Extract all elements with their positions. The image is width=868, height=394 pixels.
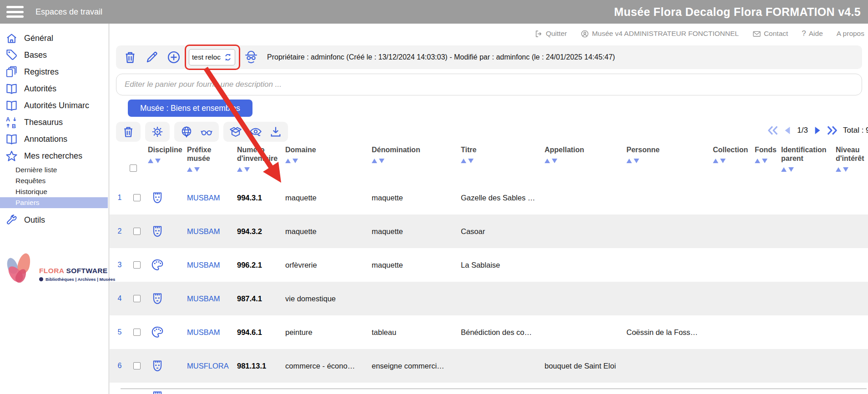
row-checkbox[interactable]: [133, 228, 141, 235]
prefixe-musee-link[interactable]: MUSFLORA: [187, 362, 237, 370]
sort-desc-icon[interactable]: [468, 159, 474, 163]
trash-icon[interactable]: [123, 50, 137, 64]
sort-asc-icon[interactable]: [148, 159, 153, 163]
select-all-checkbox[interactable]: [130, 165, 137, 172]
sort-desc-icon[interactable]: [720, 159, 726, 163]
settings-gear-icon[interactable]: [151, 125, 164, 138]
select-all-cell[interactable]: [130, 145, 148, 173]
last-page-icon[interactable]: [826, 125, 838, 136]
unbox-icon[interactable]: [229, 125, 242, 138]
sidebar-item-autorites-unimarc[interactable]: Autorités Unimarc: [0, 97, 109, 114]
row-number-link[interactable]: 6: [110, 362, 130, 370]
web-globe-icon[interactable]: [180, 125, 193, 138]
sort-desc-icon[interactable]: [194, 167, 200, 172]
row-checkbox[interactable]: [133, 295, 141, 302]
download-icon[interactable]: [269, 125, 282, 138]
row-checkbox-cell[interactable]: [130, 194, 148, 201]
sidebar-item-registres[interactable]: Registres: [0, 64, 109, 80]
sidebar-item-mes-recherches[interactable]: Mes recherches: [0, 148, 109, 165]
table-row[interactable]: 6 MUSFLORA 981.13.1 commerce - écono… en…: [110, 349, 868, 383]
sort-desc-icon[interactable]: [634, 159, 639, 163]
sort-asc-icon[interactable]: [372, 159, 377, 163]
sidebar-subitem-derniere-liste[interactable]: Dernière liste: [0, 165, 109, 175]
prefixe-musee-link[interactable]: MUSBAM: [187, 227, 237, 236]
sort-asc-icon[interactable]: [285, 159, 291, 163]
about-button[interactable]: A propos: [837, 30, 864, 38]
previous-page-icon[interactable]: [782, 125, 794, 136]
row-number-link[interactable]: 4: [110, 294, 130, 303]
sort-arrows[interactable]: [285, 159, 372, 164]
row-checkbox-cell[interactable]: [130, 329, 148, 336]
sidebar-item-thesaurus[interactable]: AB Thesaurus: [0, 114, 109, 131]
row-checkbox[interactable]: [133, 194, 141, 201]
prefixe-musee-link[interactable]: MUSBAM: [187, 194, 237, 202]
sort-asc-icon[interactable]: [626, 159, 632, 163]
refresh-icon[interactable]: [224, 53, 232, 61]
sort-desc-icon[interactable]: [762, 159, 767, 163]
sort-arrows[interactable]: [755, 159, 781, 164]
row-checkbox[interactable]: [133, 329, 141, 336]
sort-arrows[interactable]: [713, 159, 755, 164]
row-checkbox-cell[interactable]: [130, 362, 148, 369]
sidebar-subitem-paniers[interactable]: Paniers: [0, 197, 108, 208]
glasses-icon[interactable]: [200, 125, 213, 138]
prefixe-musee-link[interactable]: MUSBAM: [187, 261, 237, 269]
sidebar-item-annotations[interactable]: Annotations: [0, 131, 109, 148]
sort-desc-icon[interactable]: [843, 167, 848, 172]
sort-arrows[interactable]: [545, 159, 626, 164]
sort-arrows[interactable]: [461, 159, 545, 164]
sort-desc-icon[interactable]: [788, 167, 794, 172]
next-page-icon[interactable]: [811, 125, 823, 136]
sidebar-item-general[interactable]: Général: [0, 30, 109, 47]
menu-hamburger-icon[interactable]: [6, 6, 24, 18]
user-account-button[interactable]: Musée v4 ADMINISTRATEUR FONCTIONNEL: [580, 30, 739, 38]
table-row[interactable]: 5 MUSBAM 994.6.1 peinture tableau Bénédi…: [110, 315, 868, 349]
first-page-icon[interactable]: [767, 125, 779, 136]
row-checkbox[interactable]: [133, 261, 141, 269]
sort-asc-icon[interactable]: [237, 167, 242, 172]
tab-musee-biens[interactable]: Musée : Biens et ensembles: [128, 100, 252, 117]
prefixe-musee-link[interactable]: MUSBAM: [187, 294, 237, 303]
sort-arrows[interactable]: [781, 167, 836, 173]
table-row[interactable]: 2 MUSBAM 994.3.2 maquette maquette Casoa…: [110, 214, 868, 248]
help-button[interactable]: ? Aide: [802, 29, 823, 38]
sort-asc-icon[interactable]: [713, 159, 718, 163]
table-row[interactable]: 1 MUSBAM 994.3.1 maquette maquette Gazel…: [110, 181, 868, 214]
admin-spy-icon[interactable]: [243, 50, 259, 65]
sort-arrows[interactable]: [836, 167, 868, 173]
row-number-link[interactable]: 2: [110, 227, 130, 235]
sort-asc-icon[interactable]: [545, 159, 550, 163]
sort-asc-icon[interactable]: [836, 167, 841, 172]
sort-asc-icon[interactable]: [755, 159, 760, 163]
sort-asc-icon[interactable]: [781, 167, 787, 172]
sort-desc-icon[interactable]: [155, 159, 161, 163]
row-number-link[interactable]: 5: [110, 328, 130, 336]
sidebar-item-bases[interactable]: Bases: [0, 47, 109, 64]
prefixe-musee-link[interactable]: MUSBAM: [187, 328, 237, 337]
sort-desc-icon[interactable]: [293, 159, 298, 163]
row-checkbox-cell[interactable]: [130, 295, 148, 302]
sort-arrows[interactable]: [187, 167, 237, 173]
trash-icon[interactable]: [122, 125, 135, 138]
row-number-link[interactable]: 1: [110, 194, 130, 202]
basket-name-box[interactable]: test reloc: [189, 49, 235, 65]
sidebar-subitem-requetes[interactable]: Requêtes: [0, 175, 109, 186]
sort-desc-icon[interactable]: [552, 159, 557, 163]
row-checkbox-cell[interactable]: [130, 228, 148, 235]
settings-button[interactable]: [145, 122, 170, 142]
sort-arrows[interactable]: [148, 159, 187, 164]
sort-asc-icon[interactable]: [187, 167, 192, 172]
row-number-link[interactable]: 3: [110, 261, 130, 269]
sidebar-item-outils[interactable]: Outils: [0, 212, 109, 229]
contact-button[interactable]: Contact: [752, 30, 788, 38]
sort-arrows[interactable]: [372, 159, 461, 164]
sort-arrows[interactable]: [626, 159, 713, 164]
row-checkbox[interactable]: [133, 362, 141, 369]
sidebar-subitem-historique[interactable]: Historique: [0, 186, 109, 197]
add-circle-icon[interactable]: [167, 50, 181, 64]
sort-desc-icon[interactable]: [379, 159, 384, 163]
sort-asc-icon[interactable]: [461, 159, 466, 163]
table-row[interactable]: 4 MUSBAM 987.4.1 vie domestique: [110, 282, 868, 315]
sidebar-item-autorites[interactable]: Autorités: [0, 80, 109, 97]
row-checkbox-cell[interactable]: [130, 261, 148, 269]
